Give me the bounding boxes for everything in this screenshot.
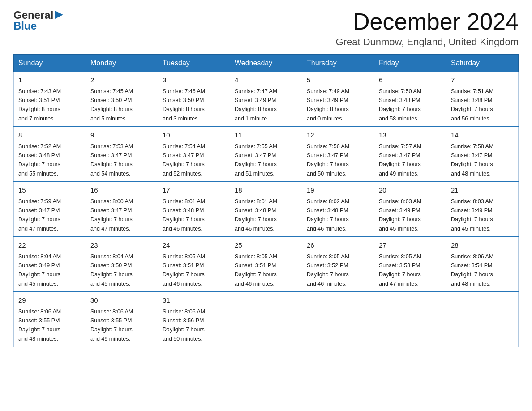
logo-blue-text: Blue bbox=[13, 20, 37, 32]
day-info: Sunrise: 7:52 AMSunset: 3:48 PMDaylight:… bbox=[18, 143, 61, 177]
day-number: 3 bbox=[163, 75, 225, 86]
day-info: Sunrise: 7:56 AMSunset: 3:47 PMDaylight:… bbox=[307, 143, 349, 177]
day-info: Sunrise: 8:06 AMSunset: 3:56 PMDaylight:… bbox=[163, 308, 205, 342]
day-info: Sunrise: 8:06 AMSunset: 3:55 PMDaylight:… bbox=[18, 308, 61, 342]
day-number: 17 bbox=[163, 185, 225, 196]
table-row: 4Sunrise: 7:47 AMSunset: 3:49 PMDaylight… bbox=[230, 72, 302, 127]
day-number: 7 bbox=[451, 75, 514, 86]
day-number: 26 bbox=[307, 240, 369, 251]
table-row: 18Sunrise: 8:01 AMSunset: 3:48 PMDayligh… bbox=[230, 182, 302, 237]
day-number: 19 bbox=[307, 185, 369, 196]
table-row: 16Sunrise: 8:00 AMSunset: 3:47 PMDayligh… bbox=[86, 182, 158, 237]
table-row: 6Sunrise: 7:50 AMSunset: 3:48 PMDaylight… bbox=[374, 72, 446, 127]
table-row: 12Sunrise: 7:56 AMSunset: 3:47 PMDayligh… bbox=[302, 127, 374, 182]
day-number: 13 bbox=[379, 130, 442, 141]
day-info: Sunrise: 8:05 AMSunset: 3:53 PMDaylight:… bbox=[379, 253, 421, 287]
day-number: 9 bbox=[90, 130, 153, 141]
day-info: Sunrise: 8:01 AMSunset: 3:48 PMDaylight:… bbox=[163, 198, 205, 232]
day-info: Sunrise: 7:46 AMSunset: 3:50 PMDaylight:… bbox=[163, 88, 205, 122]
day-number: 24 bbox=[163, 240, 225, 251]
day-number: 31 bbox=[163, 295, 225, 306]
table-row: 2Sunrise: 7:45 AMSunset: 3:50 PMDaylight… bbox=[86, 72, 158, 127]
day-number: 6 bbox=[379, 75, 442, 86]
day-info: Sunrise: 8:04 AMSunset: 3:50 PMDaylight:… bbox=[90, 253, 133, 287]
day-info: Sunrise: 7:54 AMSunset: 3:47 PMDaylight:… bbox=[163, 143, 205, 177]
logo: General Blue bbox=[13, 9, 64, 32]
day-info: Sunrise: 8:03 AMSunset: 3:49 PMDaylight:… bbox=[379, 198, 421, 232]
table-row: 20Sunrise: 8:03 AMSunset: 3:49 PMDayligh… bbox=[374, 182, 446, 237]
calendar-table: Sunday Monday Tuesday Wednesday Thursday… bbox=[13, 54, 519, 347]
day-number: 23 bbox=[90, 240, 153, 251]
col-tuesday: Tuesday bbox=[158, 55, 230, 72]
col-friday: Friday bbox=[374, 55, 446, 72]
day-number: 18 bbox=[235, 185, 297, 196]
table-row: 27Sunrise: 8:05 AMSunset: 3:53 PMDayligh… bbox=[374, 237, 446, 292]
day-info: Sunrise: 8:01 AMSunset: 3:48 PMDaylight:… bbox=[235, 198, 277, 232]
day-number: 25 bbox=[235, 240, 297, 251]
table-row: 31Sunrise: 8:06 AMSunset: 3:56 PMDayligh… bbox=[158, 292, 230, 347]
table-row: 1Sunrise: 7:43 AMSunset: 3:51 PMDaylight… bbox=[14, 72, 86, 127]
table-row: 13Sunrise: 7:57 AMSunset: 3:47 PMDayligh… bbox=[374, 127, 446, 182]
logo-arrow-icon bbox=[54, 10, 64, 20]
calendar-week-row: 8Sunrise: 7:52 AMSunset: 3:48 PMDaylight… bbox=[14, 127, 519, 182]
month-title: December 2024 bbox=[336, 9, 519, 34]
table-row: 8Sunrise: 7:52 AMSunset: 3:48 PMDaylight… bbox=[14, 127, 86, 182]
day-number: 12 bbox=[307, 130, 369, 141]
table-row: 17Sunrise: 8:01 AMSunset: 3:48 PMDayligh… bbox=[158, 182, 230, 237]
calendar-week-row: 15Sunrise: 7:59 AMSunset: 3:47 PMDayligh… bbox=[14, 182, 519, 237]
day-info: Sunrise: 8:06 AMSunset: 3:54 PMDaylight:… bbox=[451, 253, 493, 287]
table-row: 21Sunrise: 8:03 AMSunset: 3:49 PMDayligh… bbox=[446, 182, 519, 237]
title-block: December 2024 Great Dunmow, England, Uni… bbox=[336, 9, 519, 48]
table-row: 29Sunrise: 8:06 AMSunset: 3:55 PMDayligh… bbox=[14, 292, 86, 347]
day-number: 2 bbox=[90, 75, 153, 86]
day-info: Sunrise: 7:55 AMSunset: 3:47 PMDaylight:… bbox=[235, 143, 277, 177]
col-monday: Monday bbox=[86, 55, 158, 72]
table-row: 7Sunrise: 7:51 AMSunset: 3:48 PMDaylight… bbox=[446, 72, 519, 127]
day-info: Sunrise: 7:50 AMSunset: 3:48 PMDaylight:… bbox=[379, 88, 421, 122]
day-info: Sunrise: 8:05 AMSunset: 3:51 PMDaylight:… bbox=[163, 253, 205, 287]
table-row: 26Sunrise: 8:05 AMSunset: 3:52 PMDayligh… bbox=[302, 237, 374, 292]
day-info: Sunrise: 7:45 AMSunset: 3:50 PMDaylight:… bbox=[90, 88, 133, 122]
day-info: Sunrise: 7:43 AMSunset: 3:51 PMDaylight:… bbox=[18, 88, 61, 122]
day-number: 30 bbox=[90, 295, 153, 306]
day-info: Sunrise: 8:04 AMSunset: 3:49 PMDaylight:… bbox=[18, 253, 61, 287]
day-info: Sunrise: 7:47 AMSunset: 3:49 PMDaylight:… bbox=[235, 88, 277, 122]
col-saturday: Saturday bbox=[446, 55, 519, 72]
calendar-header-row: Sunday Monday Tuesday Wednesday Thursday… bbox=[14, 55, 519, 72]
day-info: Sunrise: 7:49 AMSunset: 3:49 PMDaylight:… bbox=[307, 88, 349, 122]
table-row: 25Sunrise: 8:05 AMSunset: 3:51 PMDayligh… bbox=[230, 237, 302, 292]
day-number: 29 bbox=[18, 295, 81, 306]
day-number: 15 bbox=[18, 185, 81, 196]
day-info: Sunrise: 7:51 AMSunset: 3:48 PMDaylight:… bbox=[451, 88, 493, 122]
day-number: 8 bbox=[18, 130, 81, 141]
table-row: 3Sunrise: 7:46 AMSunset: 3:50 PMDaylight… bbox=[158, 72, 230, 127]
table-row: 11Sunrise: 7:55 AMSunset: 3:47 PMDayligh… bbox=[230, 127, 302, 182]
table-row: 15Sunrise: 7:59 AMSunset: 3:47 PMDayligh… bbox=[14, 182, 86, 237]
calendar-week-row: 29Sunrise: 8:06 AMSunset: 3:55 PMDayligh… bbox=[14, 292, 519, 347]
page-header: General Blue December 2024 Great Dunmow,… bbox=[13, 9, 519, 48]
table-row: 5Sunrise: 7:49 AMSunset: 3:49 PMDaylight… bbox=[302, 72, 374, 127]
table-row bbox=[230, 292, 302, 347]
day-info: Sunrise: 7:53 AMSunset: 3:47 PMDaylight:… bbox=[90, 143, 133, 177]
col-thursday: Thursday bbox=[302, 55, 374, 72]
calendar-week-row: 22Sunrise: 8:04 AMSunset: 3:49 PMDayligh… bbox=[14, 237, 519, 292]
table-row: 9Sunrise: 7:53 AMSunset: 3:47 PMDaylight… bbox=[86, 127, 158, 182]
day-number: 4 bbox=[235, 75, 297, 86]
day-number: 5 bbox=[307, 75, 369, 86]
table-row: 22Sunrise: 8:04 AMSunset: 3:49 PMDayligh… bbox=[14, 237, 86, 292]
day-info: Sunrise: 8:03 AMSunset: 3:49 PMDaylight:… bbox=[451, 198, 493, 232]
day-number: 10 bbox=[163, 130, 225, 141]
table-row: 30Sunrise: 8:06 AMSunset: 3:55 PMDayligh… bbox=[86, 292, 158, 347]
day-info: Sunrise: 8:06 AMSunset: 3:55 PMDaylight:… bbox=[90, 308, 133, 342]
day-number: 16 bbox=[90, 185, 153, 196]
table-row bbox=[446, 292, 519, 347]
table-row: 19Sunrise: 8:02 AMSunset: 3:48 PMDayligh… bbox=[302, 182, 374, 237]
day-number: 21 bbox=[451, 185, 514, 196]
day-info: Sunrise: 7:57 AMSunset: 3:47 PMDaylight:… bbox=[379, 143, 421, 177]
table-row: 24Sunrise: 8:05 AMSunset: 3:51 PMDayligh… bbox=[158, 237, 230, 292]
table-row: 10Sunrise: 7:54 AMSunset: 3:47 PMDayligh… bbox=[158, 127, 230, 182]
day-info: Sunrise: 8:05 AMSunset: 3:51 PMDaylight:… bbox=[235, 253, 277, 287]
col-wednesday: Wednesday bbox=[230, 55, 302, 72]
day-number: 27 bbox=[379, 240, 442, 251]
day-info: Sunrise: 8:02 AMSunset: 3:48 PMDaylight:… bbox=[307, 198, 349, 232]
